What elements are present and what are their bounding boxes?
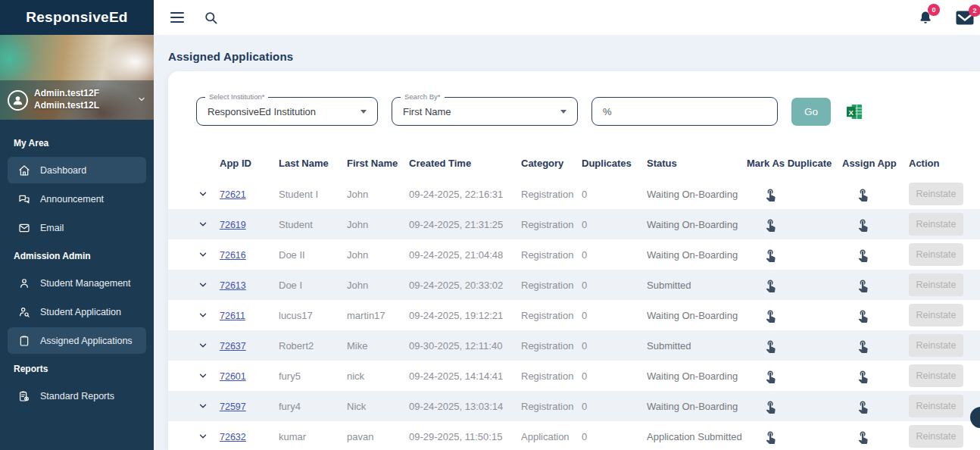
assign-app-button[interactable] [856,248,870,262]
brand-logo: ResponsiveEd [0,0,154,35]
search-by-select[interactable]: Search By* First Name [392,97,578,126]
sidebar-item-dashboard[interactable]: Dashboard [8,157,146,183]
reinstate-button[interactable]: Reinstate [909,364,963,387]
reinstate-button[interactable]: Reinstate [909,304,963,327]
reinstate-button[interactable]: Reinstate [909,425,963,448]
section-label-my-area: My Area [0,130,154,155]
mark-as-duplicate-button[interactable] [763,248,778,262]
first-name-cell: John [347,249,409,261]
reinstate-button[interactable]: Reinstate [909,243,963,266]
first-name-cell: John [347,189,409,200]
sidebar-item-announcement[interactable]: Announcement [8,186,146,212]
status-cell: Submitted [647,280,747,291]
applications-card: Select Institution* ResponsiveEd Institu… [168,71,980,450]
duplicates-cell: 0 [582,431,647,442]
assign-app-button[interactable] [856,217,870,232]
row-expand-button[interactable] [186,189,220,199]
app-id-link[interactable]: 72597 [220,402,246,412]
sidebar-item-student-management[interactable]: Student Management [8,270,146,296]
app-id-link[interactable]: 72616 [220,250,246,261]
col-action: Action [909,158,980,169]
table-row: 72601 fury5 nick 09-24-2025, 14:14:41 Re… [168,361,980,391]
user-menu[interactable]: Admiin.test12F Admiin.test12L [0,80,154,120]
touch-app-icon [856,369,870,383]
mark-as-duplicate-button[interactable] [763,217,778,232]
page-title: Assigned Applications [154,35,980,63]
row-expand-button[interactable] [186,340,220,351]
sidebar-item-student-application[interactable]: Student Application [8,298,146,325]
reinstate-button[interactable]: Reinstate [909,183,963,205]
app-id-link[interactable]: 72632 [220,432,246,442]
row-expand-button[interactable] [186,280,220,290]
sidebar-item-standard-reports[interactable]: Standard Reports [8,383,146,409]
sidebar-item-label: Standard Reports [40,391,114,402]
duplicates-cell: 0 [582,249,647,261]
assign-app-button[interactable] [856,369,870,383]
row-expand-button[interactable] [186,370,220,381]
notification-badge: 0 [928,4,940,16]
row-expand-button[interactable] [186,219,220,230]
chevron-down-icon [198,340,208,351]
duplicates-cell: 0 [582,189,647,200]
chevron-down-icon[interactable] [137,93,146,107]
first-name-cell: martin17 [347,310,409,321]
last-name-cell: Robert2 [279,340,347,352]
chevron-down-icon [198,219,208,230]
first-name-cell: John [347,280,409,291]
row-expand-button[interactable] [186,310,220,320]
assign-app-button[interactable] [856,399,870,414]
touch-app-icon [763,430,778,444]
reinstate-button[interactable]: Reinstate [909,395,963,417]
go-button[interactable]: Go [791,98,831,126]
mark-as-duplicate-button[interactable] [763,399,778,414]
table-row: 72621 Student I John 09-24-2025, 22:16:3… [168,179,980,209]
row-expand-button[interactable] [186,401,220,411]
search-term-input[interactable] [603,106,766,117]
duplicates-cell: 0 [582,370,647,382]
app-id-link[interactable]: 72621 [220,189,246,200]
row-expand-button[interactable] [186,249,220,260]
mail-badge: 2 [969,5,980,17]
mark-as-duplicate-button[interactable] [763,308,778,323]
sidebar-item-label: Assigned Applications [40,336,133,346]
status-cell: Waiting On-Boarding [647,249,747,261]
mark-as-duplicate-button[interactable] [763,339,778,353]
notifications-button[interactable]: 0 [918,10,933,26]
created-time-cell: 09-29-2025, 11:50:15 [409,431,521,442]
reinstate-button[interactable]: Reinstate [909,273,963,296]
section-label-admission-admin: Admission Admin [0,243,154,267]
table-row: 72597 fury4 Nick 09-24-2025, 13:03:14 Re… [168,391,980,421]
home-icon [17,164,30,177]
mark-as-duplicate-button[interactable] [763,369,778,383]
app-id-link[interactable]: 72613 [220,280,246,291]
app-id-link[interactable]: 72619 [220,220,246,230]
sidebar-item-assigned-applications[interactable]: Assigned Applications [8,327,146,354]
row-expand-button[interactable] [186,431,220,442]
app-id-link[interactable]: 72601 [220,371,246,382]
last-name-cell: fury5 [279,370,347,382]
assign-app-button[interactable] [856,278,870,292]
hamburger-menu-icon[interactable] [170,12,184,23]
assign-app-button[interactable] [856,430,870,444]
chevron-down-icon [198,431,208,442]
reinstate-button[interactable]: Reinstate [909,334,963,357]
user-name: Admiin.test12F Admiin.test12L [34,88,131,111]
assign-app-button[interactable] [856,308,870,323]
assign-app-button[interactable] [856,187,870,202]
mark-as-duplicate-button[interactable] [763,278,778,292]
mark-as-duplicate-button[interactable] [763,187,778,202]
chevron-down-icon [198,370,208,381]
assign-app-button[interactable] [856,339,870,353]
institution-select[interactable]: Select Institution* ResponsiveEd Institu… [196,97,378,126]
app-id-link[interactable]: 72611 [220,311,245,321]
topbar-actions: 0 2 [918,10,974,26]
col-first-name: First Name [347,158,409,169]
sidebar-item-email[interactable]: Email [8,214,146,241]
mail-button[interactable]: 2 [956,11,974,25]
excel-export-button[interactable]: X [846,103,863,120]
mark-as-duplicate-button[interactable] [763,430,778,444]
reinstate-button[interactable]: Reinstate [909,213,963,236]
search-icon[interactable] [204,11,218,25]
app-id-link[interactable]: 72637 [220,341,246,352]
table-row: 72632 kumar pavan 09-29-2025, 11:50:15 A… [168,421,980,450]
